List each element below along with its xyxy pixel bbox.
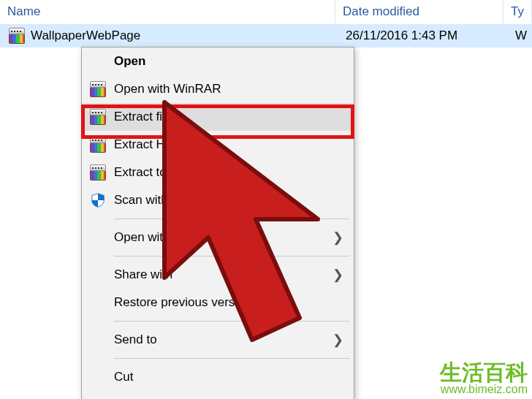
column-header-bar: Name Date modified Ty bbox=[0, 0, 532, 23]
column-header-name[interactable]: Name bbox=[0, 0, 335, 23]
menu-item-share-with-label: Share with bbox=[114, 267, 354, 282]
menu-item-send-to[interactable]: Send to ❯ bbox=[82, 326, 354, 354]
menu-item-open-with-label: Open with bbox=[114, 230, 354, 245]
context-menu: Open Open with WinRAR Extract files... E… bbox=[81, 47, 354, 399]
column-header-type[interactable]: Ty bbox=[503, 0, 532, 23]
menu-item-extract-to-label: Extract to Wa bbox=[114, 165, 354, 180]
menu-item-extract-to[interactable]: Extract to Wa bbox=[82, 159, 354, 186]
submenu-arrow-icon: ❯ bbox=[332, 267, 343, 283]
rar-archive-icon bbox=[90, 137, 106, 153]
watermark-url: www.bimeiz.com bbox=[440, 384, 528, 396]
menu-item-open[interactable]: Open bbox=[82, 48, 354, 75]
menu-item-extract-files-label: Extract files... bbox=[114, 110, 354, 124]
file-date-label: 26/11/2016 1:43 PM bbox=[338, 28, 508, 43]
menu-item-open-with[interactable]: Open with ❯ bbox=[82, 224, 354, 251]
menu-item-open-winrar[interactable]: Open with WinRAR bbox=[82, 75, 354, 103]
menu-item-restore-previous[interactable]: Restore previous vers bbox=[82, 289, 354, 316]
menu-separator bbox=[114, 218, 349, 219]
menu-item-scan-defender-label: Scan with Win bbox=[114, 193, 354, 208]
menu-item-extract-here[interactable]: Extract Here bbox=[82, 131, 354, 159]
watermark: 生活百科 www.bimeiz.com bbox=[440, 361, 528, 396]
menu-item-open-label: Open bbox=[114, 54, 354, 69]
defender-shield-icon bbox=[90, 192, 106, 208]
rar-archive-icon bbox=[90, 164, 106, 180]
watermark-title: 生活百科 bbox=[440, 361, 528, 384]
menu-separator bbox=[114, 358, 349, 359]
rar-archive-icon bbox=[90, 109, 106, 125]
menu-separator bbox=[114, 321, 349, 322]
menu-item-cut-label: Cut bbox=[114, 370, 354, 384]
file-name-label: WallpaperWebPage bbox=[31, 28, 140, 43]
menu-item-scan-defender[interactable]: Scan with Win bbox=[82, 186, 354, 214]
menu-item-open-winrar-label: Open with WinRAR bbox=[114, 82, 354, 96]
file-row[interactable]: WallpaperWebPage 26/11/2016 1:43 PM W bbox=[0, 24, 532, 48]
column-header-date[interactable]: Date modified bbox=[335, 0, 503, 23]
submenu-arrow-icon: ❯ bbox=[332, 229, 343, 246]
rar-archive-icon bbox=[90, 81, 106, 97]
file-row-name-cell: WallpaperWebPage bbox=[0, 28, 338, 44]
menu-item-send-to-label: Send to bbox=[114, 332, 354, 347]
submenu-arrow-icon: ❯ bbox=[332, 332, 343, 348]
menu-item-extract-here-label: Extract Here bbox=[114, 137, 354, 152]
menu-item-restore-previous-label: Restore previous vers bbox=[114, 295, 354, 310]
menu-item-cut[interactable]: Cut bbox=[82, 363, 354, 391]
menu-item-share-with[interactable]: Share with ❯ bbox=[82, 261, 354, 289]
rar-archive-icon bbox=[9, 28, 25, 44]
menu-item-extract-files[interactable]: Extract files... bbox=[82, 103, 354, 131]
menu-separator bbox=[114, 256, 349, 256]
file-type-label: W bbox=[508, 28, 532, 43]
